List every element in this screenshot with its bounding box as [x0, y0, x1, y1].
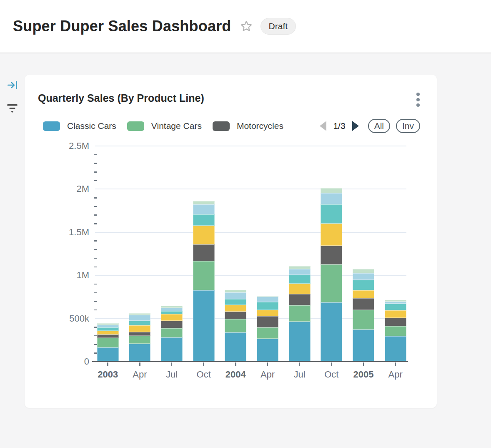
bar-2005-8[interactable] [353, 269, 374, 362]
bar-segment[interactable] [257, 297, 278, 302]
bar-segment[interactable] [353, 269, 374, 273]
bar-segment[interactable] [161, 308, 183, 312]
gridline [95, 232, 406, 233]
bar-segment[interactable] [321, 264, 342, 302]
bar-jul-6[interactable] [289, 266, 311, 362]
bar-segment[interactable] [385, 318, 406, 327]
bar-segment[interactable] [321, 224, 342, 246]
bar-apr-1[interactable] [129, 313, 150, 362]
bar-segment[interactable] [321, 193, 342, 204]
bar-segment[interactable] [353, 280, 374, 290]
bar-segment[interactable] [289, 269, 311, 275]
legend-label: Classic Cars [67, 121, 116, 131]
bar-segment[interactable] [193, 226, 215, 245]
y-axis-minor-tick [94, 240, 97, 242]
bar-segment[interactable] [353, 310, 374, 330]
bar-segment[interactable] [257, 339, 278, 362]
bar-segment[interactable] [225, 312, 246, 319]
bar-segment[interactable] [97, 338, 119, 347]
y-axis-minor-tick [94, 214, 97, 216]
bar-segment[interactable] [289, 305, 311, 322]
bar-segment[interactable] [161, 321, 183, 328]
bar-segment[interactable] [289, 284, 311, 294]
bar-segment[interactable] [289, 294, 311, 305]
bar-segment[interactable] [257, 302, 278, 310]
bar-segment[interactable] [289, 275, 311, 284]
kebab-menu-icon[interactable] [416, 93, 420, 109]
bar-segment[interactable] [129, 315, 150, 321]
legend-pager: 1/3 [320, 121, 358, 131]
legend-item-vintage-cars[interactable]: Vintage Cars [127, 121, 202, 131]
bar-segment[interactable] [225, 332, 246, 362]
x-axis-tick [395, 362, 396, 366]
bar-segment[interactable] [321, 302, 342, 362]
bar-segment[interactable] [385, 336, 406, 362]
bar-segment[interactable] [353, 273, 374, 280]
x-axis-tick [363, 362, 364, 366]
bar-apr-5[interactable] [257, 296, 278, 362]
legend-next-icon[interactable] [352, 121, 359, 131]
bar-segment[interactable] [385, 310, 406, 317]
legend-item-classic-cars[interactable]: Classic Cars [43, 121, 116, 131]
bar-segment[interactable] [225, 299, 246, 305]
bar-segment[interactable] [97, 335, 119, 338]
bar-segment[interactable] [225, 305, 246, 312]
legend-prev-icon[interactable] [320, 121, 326, 131]
bar-segment[interactable] [129, 332, 150, 336]
bar-segment[interactable] [161, 337, 183, 362]
bar-segment[interactable] [97, 327, 119, 331]
bar-2003-0[interactable] [97, 323, 119, 362]
bar-segment[interactable] [257, 310, 278, 317]
bar-segment[interactable] [193, 204, 215, 214]
bar-segment[interactable] [161, 311, 183, 314]
favorite-star-icon[interactable] [240, 20, 253, 33]
bar-segment[interactable] [97, 331, 119, 335]
bar-segment[interactable] [257, 327, 278, 339]
bar-segment[interactable] [289, 322, 311, 362]
bar-segment[interactable] [161, 314, 183, 321]
bar-segment[interactable] [193, 244, 215, 261]
filter-icon[interactable] [6, 103, 18, 113]
bar-segment[interactable] [225, 319, 246, 332]
bar-segment[interactable] [321, 246, 342, 264]
chart-title: Quarterly Sales (By Product Line) [38, 92, 204, 104]
bar-segment[interactable] [193, 201, 215, 204]
bar-segment[interactable] [225, 292, 246, 299]
x-axis-label: Apr [377, 369, 414, 380]
bar-segment[interactable] [353, 290, 374, 298]
bar-oct-7[interactable] [321, 188, 342, 362]
bar-segment[interactable] [289, 266, 311, 269]
bar-2004-4[interactable] [225, 290, 246, 362]
bar-segment[interactable] [193, 290, 215, 362]
legend-label: Motorcycles [237, 121, 283, 131]
bar-segment[interactable] [129, 321, 150, 326]
bar-jul-2[interactable] [161, 306, 183, 362]
legend-select-all-button[interactable]: All [368, 119, 390, 133]
bar-apr-9[interactable] [385, 300, 406, 362]
bar-segment[interactable] [257, 316, 278, 327]
bar-segment[interactable] [129, 336, 150, 344]
bar-segment[interactable] [385, 304, 406, 310]
bar-segment[interactable] [193, 261, 215, 290]
bar-segment[interactable] [353, 330, 374, 362]
bar-segment[interactable] [97, 347, 119, 362]
gridline [95, 146, 406, 146]
status-badge: Draft [261, 18, 296, 35]
bar-segment[interactable] [129, 325, 150, 332]
y-axis-label: 0 [52, 356, 89, 367]
bar-segment[interactable] [193, 214, 215, 226]
bar-segment[interactable] [321, 204, 342, 224]
bar-oct-3[interactable] [193, 201, 215, 362]
legend-label: Vintage Cars [151, 121, 202, 131]
bar-segment[interactable] [353, 298, 374, 310]
legend-row: Classic CarsVintage CarsMotorcycles 1/3 … [43, 118, 420, 133]
y-axis-minor-tick [94, 292, 97, 294]
collapse-panel-icon[interactable] [6, 80, 18, 91]
legend-item-motorcycles[interactable]: Motorcycles [213, 121, 283, 131]
legend-invert-button[interactable]: Inv [396, 119, 420, 133]
bar-segment[interactable] [321, 188, 342, 194]
bar-segment[interactable] [129, 344, 150, 362]
bar-segment[interactable] [385, 326, 406, 336]
bar-segment[interactable] [161, 328, 183, 337]
page-header: Super Duper Sales Dashboard Draft [0, 0, 491, 53]
